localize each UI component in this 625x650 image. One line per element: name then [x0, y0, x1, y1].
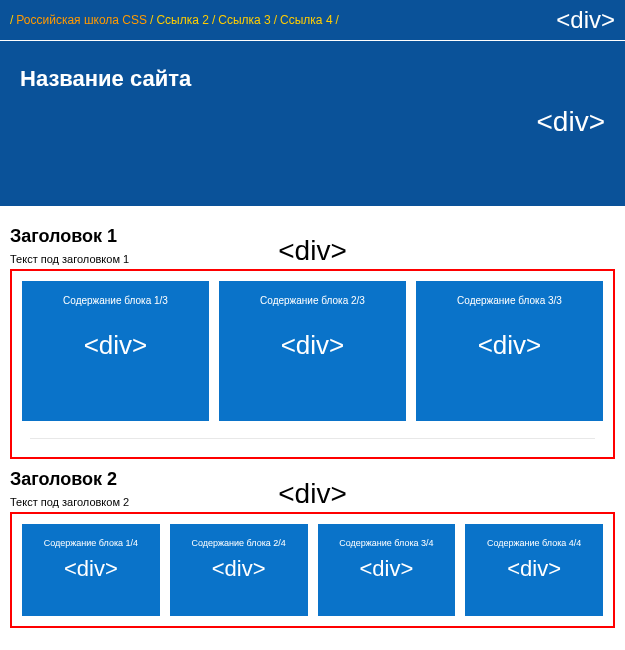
header-div-tag: <div>: [537, 106, 606, 138]
block-3-4: Содержание блока 3/4 <div>: [318, 524, 456, 616]
block-div-tag: <div>: [64, 556, 118, 582]
section1-wrap: <div> Содержание блока 1/3 <div> Содержа…: [10, 269, 615, 459]
block-label: Содержание блока 3/4: [339, 538, 433, 548]
block-label: Содержание блока 1/4: [44, 538, 138, 548]
block-label: Содержание блока 2/4: [191, 538, 285, 548]
topbar-div-tag: <div>: [556, 6, 615, 34]
breadcrumb-sep: /: [336, 13, 339, 27]
block-label: Содержание блока 3/3: [457, 295, 562, 306]
breadcrumb-link-3[interactable]: Ссылка 3: [218, 13, 271, 27]
block-4-4: Содержание блока 4/4 <div>: [465, 524, 603, 616]
block-div-tag: <div>: [281, 330, 345, 361]
section1-div-tag: <div>: [278, 235, 347, 267]
block-1-3: Содержание блока 1/3 <div>: [22, 281, 209, 421]
section2-div-tag: <div>: [278, 478, 347, 510]
block-div-tag: <div>: [359, 556, 413, 582]
block-3-3: Содержание блока 3/3 <div>: [416, 281, 603, 421]
section1-container: Содержание блока 1/3 <div> Содержание бл…: [10, 269, 615, 459]
breadcrumb-link-4[interactable]: Ссылка 4: [280, 13, 333, 27]
block-2-3: Содержание блока 2/3 <div>: [219, 281, 406, 421]
breadcrumb-sep: /: [150, 13, 153, 27]
top-bar: / Российская школа CSS / Ссылка 2 / Ссыл…: [0, 0, 625, 41]
header: Название сайта <div>: [0, 41, 625, 206]
block-1-4: Содержание блока 1/4 <div>: [22, 524, 160, 616]
spacer: [0, 628, 625, 638]
content: Заголовок 1 Текст под заголовком 1 <div>…: [0, 206, 625, 628]
section2-container: Содержание блока 1/4 <div> Содержание бл…: [10, 512, 615, 628]
breadcrumb-link-1[interactable]: Российская школа CSS: [16, 13, 147, 27]
block-div-tag: <div>: [478, 330, 542, 361]
block-div-tag: <div>: [84, 330, 148, 361]
block-label: Содержание блока 4/4: [487, 538, 581, 548]
block-div-tag: <div>: [507, 556, 561, 582]
breadcrumb-sep: /: [274, 13, 277, 27]
breadcrumb-sep: /: [10, 13, 13, 27]
site-title: Название сайта: [20, 66, 605, 92]
section2-wrap: <div> Содержание блока 1/4 <div> Содержа…: [10, 512, 615, 628]
block-2-4: Содержание блока 2/4 <div>: [170, 524, 308, 616]
block-div-tag: <div>: [212, 556, 266, 582]
block-label: Содержание блока 2/3: [260, 295, 365, 306]
breadcrumbs: / Российская школа CSS / Ссылка 2 / Ссыл…: [10, 13, 339, 27]
block-label: Содержание блока 1/3: [63, 295, 168, 306]
breadcrumb-sep: /: [212, 13, 215, 27]
breadcrumb-link-2[interactable]: Ссылка 2: [156, 13, 209, 27]
